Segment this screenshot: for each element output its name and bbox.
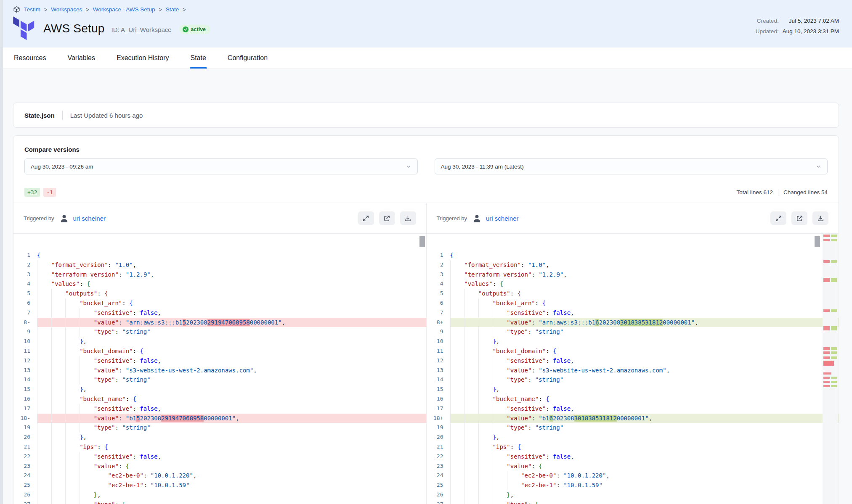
code-line: 5 "outputs": {	[13, 289, 426, 298]
code-line: 26 },	[427, 490, 839, 500]
cube-icon	[13, 6, 20, 13]
code-line: 8- "value": "arn:aws:s3:::b1520230829194…	[13, 318, 426, 327]
state-file-card: State.json Last Updated 6 hours ago	[13, 103, 839, 128]
code-line: 22 "sensitive": false,	[427, 452, 839, 462]
breadcrumb-item[interactable]: State	[166, 6, 179, 13]
code-line: 24 "ec2-be-0": "10.0.1.220",	[13, 471, 426, 480]
page-header: Testim>Workspaces>Workspace - AWS Setup>…	[0, 0, 852, 47]
line-number: 8-	[13, 318, 37, 327]
code-line: 4 "values": {	[13, 279, 426, 289]
line-number: 4	[13, 279, 37, 289]
code-line: 3 "terraform_version": "1.2.9",	[427, 270, 839, 280]
code-line: 6 "bucket_arn": {	[13, 298, 426, 308]
pane-left-header: Triggered by uri scheiner	[13, 203, 426, 234]
code-line: 2 "format_version": "1.0",	[13, 260, 426, 270]
pane-left-code: 1{2 "format_version": "1.0",3 "terraform…	[13, 234, 426, 504]
code-line: 10 },	[427, 337, 839, 346]
user-avatar-icon	[59, 214, 69, 223]
workspace-title-row: AWS Setup ID: A_Uri_Workspace active	[13, 16, 839, 41]
diff-marker	[823, 372, 837, 375]
open-in-new-button[interactable]	[379, 211, 395, 225]
code-line: 21 "ips": {	[13, 442, 426, 452]
compare-title: Compare versions	[24, 146, 828, 153]
code-line: 19 "type": "string"	[13, 423, 426, 433]
code-line: 25 "ec2-be-1": "10.0.1.59"	[427, 480, 839, 490]
deletions-badge: -1	[43, 188, 56, 197]
tab-state[interactable]: State	[190, 47, 207, 69]
diff-overview-ruler	[823, 234, 838, 504]
breadcrumb: Testim>Workspaces>Workspace - AWS Setup>…	[13, 0, 839, 13]
line-number: 25	[427, 480, 450, 490]
code-line: 16 "bucket_name": {	[427, 394, 839, 404]
pane-right-header: Triggered by uri scheiner	[427, 203, 839, 234]
code-line: 13 "value": "s3-website-us-west-2.amazon…	[13, 366, 426, 375]
external-link-icon	[796, 215, 803, 222]
line-number: 18+	[427, 414, 450, 423]
line-number: 7	[427, 308, 450, 318]
line-number: 1	[427, 251, 450, 260]
line-number: 2	[427, 260, 450, 270]
left-version-value: Aug 30, 2023 - 09:26 am	[31, 164, 93, 170]
total-lines: Total lines 612	[737, 189, 773, 195]
code-line: 11 "bucket_domain": {	[427, 346, 839, 356]
line-number: 19	[13, 423, 37, 433]
pane-left-actions	[358, 211, 416, 225]
created-value: Jul 5, 2023 7:02 AM	[783, 18, 839, 24]
scrollbar-thumb[interactable]	[419, 236, 425, 247]
code-line: 1{	[427, 251, 839, 260]
line-number: 5	[427, 289, 450, 298]
line-number: 23	[427, 462, 450, 471]
scrollbar-thumb[interactable]	[815, 236, 820, 247]
workspace-id: ID: A_Uri_Workspace	[111, 26, 172, 33]
line-number: 15	[13, 385, 37, 394]
diff-marker	[823, 260, 837, 263]
diff-panes: Triggered by uri scheiner	[13, 203, 839, 504]
status-badge: active	[179, 25, 210, 34]
line-number: 12	[13, 356, 37, 366]
divider	[62, 111, 63, 120]
state-file-name: State.json	[24, 112, 55, 119]
line-number: 13	[427, 366, 450, 375]
code-line: 9 "type": "string"	[13, 327, 426, 337]
page-title: AWS Setup	[43, 22, 105, 35]
diff-pane-left: Triggered by uri scheiner	[13, 203, 426, 504]
line-number: 3	[427, 270, 450, 280]
code-line: 14 "type": "string"	[13, 375, 426, 385]
line-number: 5	[13, 289, 37, 298]
code-line: 7 "sensitive": false,	[427, 308, 839, 318]
pane-right-actions	[770, 211, 828, 225]
download-button[interactable]	[812, 211, 828, 225]
diff-marker	[823, 377, 837, 379]
expand-button[interactable]	[358, 211, 374, 225]
tab-configuration[interactable]: Configuration	[227, 47, 268, 69]
breadcrumb-item[interactable]: Workspaces	[51, 6, 82, 13]
code-line: 23 "value": {	[13, 462, 426, 471]
code-line: 26 },	[13, 490, 426, 500]
triggered-by-user-link[interactable]: uri scheiner	[73, 215, 106, 222]
triggered-by-user-link[interactable]: uri scheiner	[486, 215, 519, 222]
breadcrumb-item[interactable]: Testim	[24, 6, 40, 13]
line-number: 13	[13, 366, 37, 375]
tab-resources[interactable]: Resources	[13, 47, 47, 69]
line-number: 7	[13, 308, 37, 318]
expand-button[interactable]	[770, 211, 786, 225]
code-line: 13 "value": "s3-website-us-west-2.amazon…	[427, 366, 839, 375]
line-number: 17	[13, 404, 37, 414]
tab-execution-history[interactable]: Execution History	[116, 47, 170, 69]
code-line: 17 "sensitive": false,	[427, 404, 839, 414]
line-number: 26	[13, 490, 37, 500]
code-line: 21 "ips": {	[427, 442, 839, 452]
diff-marker	[823, 356, 837, 359]
code-line: 25 "ec2-be-1": "10.0.1.59"	[13, 480, 426, 490]
right-version-select[interactable]: Aug 30, 2023 - 11:39 am (Latest)	[435, 158, 828, 174]
open-in-new-button[interactable]	[791, 211, 807, 225]
breadcrumb-item[interactable]: Workspace - AWS Setup	[93, 6, 155, 13]
line-number: 8+	[427, 318, 450, 327]
tab-variables[interactable]: Variables	[66, 47, 96, 69]
expand-icon	[362, 215, 369, 222]
line-number: 27	[13, 500, 37, 504]
left-version-select[interactable]: Aug 30, 2023 - 09:26 am	[24, 158, 418, 174]
status-badge-label: active	[191, 26, 206, 32]
download-button[interactable]	[400, 211, 416, 225]
chevron-down-icon	[815, 164, 821, 169]
